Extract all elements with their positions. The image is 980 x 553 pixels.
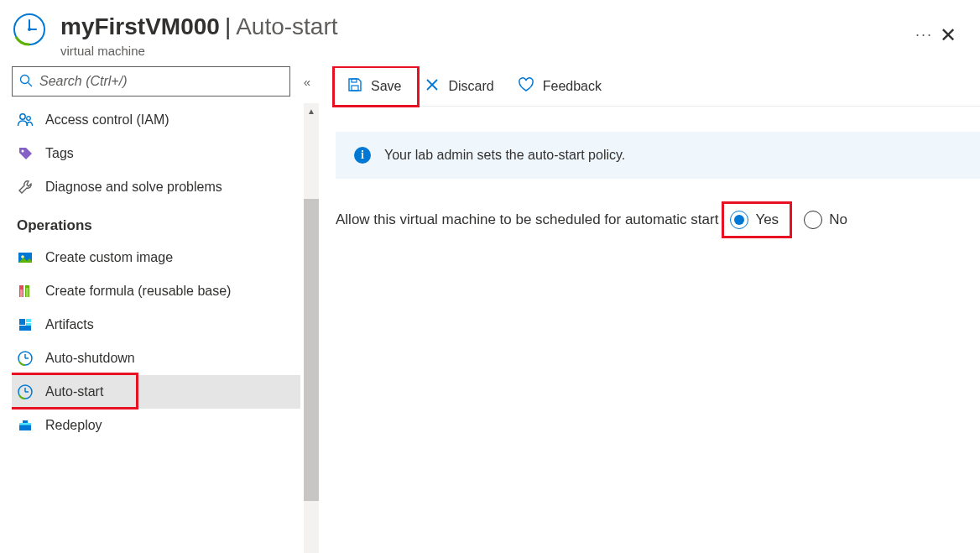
page-title: myFirstVM000|Auto-start: [60, 12, 899, 42]
info-bar: i Your lab admin sets the auto-start pol…: [336, 132, 980, 179]
sidebar-item-label: Artifacts: [45, 317, 94, 332]
info-icon: i: [354, 147, 371, 164]
sidebar-item-label: Tags: [45, 146, 74, 161]
image-icon: [17, 249, 34, 266]
svg-rect-14: [26, 288, 29, 297]
radio-no[interactable]: No: [804, 211, 851, 229]
feedback-button[interactable]: Feedback: [506, 70, 613, 102]
collapse-sidebar-button[interactable]: «: [304, 75, 310, 89]
search-icon: [19, 74, 33, 90]
sidebar-item-artifacts[interactable]: Artifacts: [12, 308, 300, 342]
sidebar-item-label: Diagnose and solve problems: [45, 180, 222, 195]
scroll-thumb[interactable]: [304, 199, 319, 501]
auto-start-radio-group: Yes No: [730, 211, 850, 229]
close-button[interactable]: ✕: [933, 20, 963, 50]
svg-rect-27: [23, 420, 28, 423]
page-header: myFirstVM000|Auto-start virtual machine …: [0, 0, 980, 66]
sidebar-item-create-custom-image[interactable]: Create custom image: [12, 241, 300, 274]
svg-rect-26: [19, 423, 31, 425]
search-box[interactable]: [12, 66, 290, 97]
radio-circle-icon: [804, 211, 822, 229]
sidebar-item-label: Access control (IAM): [45, 112, 169, 128]
save-icon: [347, 77, 362, 96]
svg-point-4: [21, 75, 29, 83]
svg-point-10: [21, 256, 24, 259]
svg-rect-16: [26, 319, 31, 322]
sidebar-item-auto-shutdown[interactable]: Auto-shutdown: [12, 342, 300, 375]
more-options-button[interactable]: ···: [915, 26, 933, 44]
radio-yes-label: Yes: [755, 211, 779, 228]
discard-button-label: Discard: [448, 79, 493, 94]
auto-start-setting-row: Allow this virtual machine to be schedul…: [336, 211, 980, 229]
resource-clock-icon: [12, 12, 47, 47]
sidebar-item-tags[interactable]: Tags: [12, 137, 300, 170]
sidebar-scrollbar[interactable]: ▲: [304, 103, 319, 553]
sidebar-item-access-control[interactable]: Access control (IAM): [12, 103, 300, 137]
redeploy-icon: [17, 417, 34, 434]
sidebar-item-label: Create formula (reusable base): [45, 284, 231, 299]
svg-point-8: [22, 150, 24, 153]
svg-rect-15: [19, 319, 25, 325]
resource-name: myFirstVM000: [60, 13, 220, 39]
heart-icon: [518, 77, 534, 96]
svg-point-7: [27, 117, 31, 121]
save-button[interactable]: Save: [336, 70, 413, 102]
setting-label: Allow this virtual machine to be schedul…: [336, 211, 718, 228]
sidebar-item-label: Create custom image: [45, 250, 173, 265]
feedback-button-label: Feedback: [543, 79, 602, 94]
scroll-up-arrow[interactable]: ▲: [304, 103, 319, 118]
clock-start-icon: [17, 383, 34, 400]
artifacts-icon: [17, 316, 34, 333]
sidebar-section-operations: Operations: [12, 204, 300, 241]
formula-icon: [17, 283, 34, 300]
toolbar: Save Discard Feedback: [336, 66, 980, 107]
svg-rect-29: [352, 86, 358, 91]
sidebar: « ▲ Access control (IAM): [0, 66, 319, 553]
info-message: Your lab admin sets the auto-start polic…: [384, 148, 625, 163]
page-section-name: Auto-start: [236, 13, 337, 39]
sidebar-item-redeploy[interactable]: Redeploy: [12, 409, 300, 442]
discard-button[interactable]: Discard: [413, 70, 505, 102]
radio-circle-icon: [730, 211, 748, 229]
wrench-icon: [17, 179, 34, 196]
svg-rect-18: [19, 326, 31, 331]
svg-line-5: [29, 82, 33, 86]
people-icon: [17, 112, 34, 128]
sidebar-item-auto-start[interactable]: Auto-start: [12, 375, 300, 409]
discard-icon: [425, 77, 440, 96]
save-button-label: Save: [371, 79, 401, 94]
sidebar-item-label: Redeploy: [45, 418, 102, 433]
svg-rect-13: [20, 290, 23, 297]
svg-point-6: [20, 114, 25, 119]
sidebar-item-diagnose[interactable]: Diagnose and solve problems: [12, 170, 300, 204]
resource-type-subtitle: virtual machine: [60, 44, 899, 58]
tag-icon: [17, 145, 34, 162]
search-input[interactable]: [39, 74, 283, 89]
sidebar-item-create-formula[interactable]: Create formula (reusable base): [12, 274, 300, 308]
clock-shutdown-icon: [17, 350, 34, 367]
main-content: Save Discard Feedback: [319, 66, 980, 553]
sidebar-item-label: Auto-shutdown: [45, 351, 135, 366]
radio-yes[interactable]: Yes: [730, 211, 782, 229]
svg-rect-28: [352, 79, 357, 82]
sidebar-item-label: Auto-start: [45, 384, 103, 399]
radio-no-label: No: [829, 211, 847, 228]
